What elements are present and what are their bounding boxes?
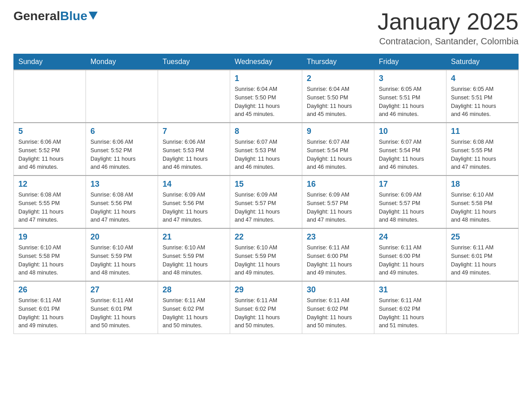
day-info: Sunrise: 6:08 AMSunset: 5:55 PMDaylight:…	[18, 191, 81, 224]
day-number: 31	[379, 285, 442, 295]
day-number: 1	[235, 74, 297, 83]
day-number: 3	[379, 74, 442, 83]
day-header-thursday: Thursday	[302, 54, 374, 70]
day-number: 4	[451, 74, 514, 83]
day-number: 5	[18, 127, 81, 136]
day-info: Sunrise: 6:06 AMSunset: 5:52 PMDaylight:…	[90, 138, 153, 171]
calendar-cell: 31Sunrise: 6:11 AMSunset: 6:02 PMDayligh…	[374, 281, 446, 334]
week-row-3: 12Sunrise: 6:08 AMSunset: 5:55 PMDayligh…	[14, 176, 519, 228]
calendar-cell: 11Sunrise: 6:08 AMSunset: 5:55 PMDayligh…	[446, 123, 519, 176]
day-info: Sunrise: 6:05 AMSunset: 5:51 PMDaylight:…	[379, 85, 442, 119]
day-info: Sunrise: 6:08 AMSunset: 5:56 PMDaylight:…	[90, 191, 153, 224]
page-header: General Blue January 2025 Contratacion, …	[13, 9, 519, 47]
day-info: Sunrise: 6:08 AMSunset: 5:55 PMDaylight:…	[451, 138, 514, 171]
day-header-tuesday: Tuesday	[158, 54, 230, 70]
calendar-cell: 23Sunrise: 6:11 AMSunset: 6:00 PMDayligh…	[302, 228, 374, 281]
calendar-cell	[446, 281, 519, 334]
calendar-cell: 16Sunrise: 6:09 AMSunset: 5:57 PMDayligh…	[302, 176, 374, 228]
day-header-sunday: Sunday	[14, 54, 86, 70]
day-info: Sunrise: 6:10 AMSunset: 5:59 PMDaylight:…	[163, 244, 225, 277]
calendar-cell: 3Sunrise: 6:05 AMSunset: 5:51 PMDaylight…	[374, 70, 446, 123]
calendar-cell: 26Sunrise: 6:11 AMSunset: 6:01 PMDayligh…	[14, 281, 86, 334]
day-info: Sunrise: 6:07 AMSunset: 5:53 PMDaylight:…	[235, 138, 297, 171]
day-info: Sunrise: 6:10 AMSunset: 5:59 PMDaylight:…	[90, 244, 153, 277]
day-number: 23	[307, 232, 369, 242]
day-number: 29	[235, 285, 297, 295]
day-info: Sunrise: 6:05 AMSunset: 5:51 PMDaylight:…	[451, 85, 514, 119]
calendar-cell: 30Sunrise: 6:11 AMSunset: 6:02 PMDayligh…	[302, 281, 374, 334]
day-number: 25	[451, 232, 514, 242]
calendar-cell: 5Sunrise: 6:06 AMSunset: 5:52 PMDaylight…	[14, 123, 86, 176]
week-row-1: 1Sunrise: 6:04 AMSunset: 5:50 PMDaylight…	[14, 70, 519, 123]
day-number: 26	[18, 285, 81, 295]
calendar-table: SundayMondayTuesdayWednesdayThursdayFrid…	[13, 54, 519, 334]
calendar-cell: 1Sunrise: 6:04 AMSunset: 5:50 PMDaylight…	[230, 70, 302, 123]
calendar-cell: 22Sunrise: 6:10 AMSunset: 5:59 PMDayligh…	[230, 228, 302, 281]
logo: General Blue	[13, 9, 98, 23]
day-info: Sunrise: 6:11 AMSunset: 6:00 PMDaylight:…	[307, 244, 369, 277]
location-subtitle: Contratacion, Santander, Colombia	[378, 36, 519, 47]
day-info: Sunrise: 6:11 AMSunset: 6:00 PMDaylight:…	[379, 244, 442, 277]
day-number: 6	[90, 127, 153, 136]
day-info: Sunrise: 6:06 AMSunset: 5:52 PMDaylight:…	[18, 138, 81, 171]
calendar-cell: 8Sunrise: 6:07 AMSunset: 5:53 PMDaylight…	[230, 123, 302, 176]
calendar-cell: 9Sunrise: 6:07 AMSunset: 5:54 PMDaylight…	[302, 123, 374, 176]
day-number: 2	[307, 74, 369, 83]
day-header-friday: Friday	[374, 54, 446, 70]
day-number: 21	[163, 232, 225, 242]
day-info: Sunrise: 6:09 AMSunset: 5:56 PMDaylight:…	[163, 191, 225, 224]
day-number: 17	[379, 180, 442, 189]
day-number: 8	[235, 127, 297, 136]
calendar-cell: 27Sunrise: 6:11 AMSunset: 6:01 PMDayligh…	[86, 281, 158, 334]
day-number: 7	[163, 127, 225, 136]
calendar-cell: 21Sunrise: 6:10 AMSunset: 5:59 PMDayligh…	[158, 228, 230, 281]
day-info: Sunrise: 6:11 AMSunset: 6:02 PMDaylight:…	[379, 296, 442, 330]
day-number: 13	[90, 180, 153, 189]
day-number: 9	[307, 127, 369, 136]
calendar-cell: 12Sunrise: 6:08 AMSunset: 5:55 PMDayligh…	[14, 176, 86, 228]
day-number: 28	[163, 285, 225, 295]
calendar-cell: 7Sunrise: 6:06 AMSunset: 5:53 PMDaylight…	[158, 123, 230, 176]
calendar-cell: 2Sunrise: 6:04 AMSunset: 5:50 PMDaylight…	[302, 70, 374, 123]
calendar-cell: 19Sunrise: 6:10 AMSunset: 5:58 PMDayligh…	[14, 228, 86, 281]
day-info: Sunrise: 6:11 AMSunset: 6:02 PMDaylight:…	[163, 296, 225, 330]
day-header-monday: Monday	[86, 54, 158, 70]
calendar-cell: 17Sunrise: 6:09 AMSunset: 5:57 PMDayligh…	[374, 176, 446, 228]
day-number: 18	[451, 180, 514, 189]
logo-blue-text: Blue	[60, 9, 87, 23]
day-info: Sunrise: 6:11 AMSunset: 6:01 PMDaylight:…	[18, 296, 81, 330]
calendar-cell	[158, 70, 230, 123]
days-of-week-row: SundayMondayTuesdayWednesdayThursdayFrid…	[14, 54, 519, 70]
day-number: 10	[379, 127, 442, 136]
day-header-saturday: Saturday	[446, 54, 519, 70]
calendar-cell: 14Sunrise: 6:09 AMSunset: 5:56 PMDayligh…	[158, 176, 230, 228]
calendar-cell	[86, 70, 158, 123]
calendar-cell: 29Sunrise: 6:11 AMSunset: 6:02 PMDayligh…	[230, 281, 302, 334]
day-info: Sunrise: 6:06 AMSunset: 5:53 PMDaylight:…	[163, 138, 225, 171]
day-info: Sunrise: 6:10 AMSunset: 5:58 PMDaylight:…	[451, 191, 514, 224]
logo-general-text: General	[13, 9, 60, 23]
calendar-cell: 10Sunrise: 6:07 AMSunset: 5:54 PMDayligh…	[374, 123, 446, 176]
calendar-cell: 28Sunrise: 6:11 AMSunset: 6:02 PMDayligh…	[158, 281, 230, 334]
week-row-5: 26Sunrise: 6:11 AMSunset: 6:01 PMDayligh…	[14, 281, 519, 334]
calendar-cell: 25Sunrise: 6:11 AMSunset: 6:01 PMDayligh…	[446, 228, 519, 281]
day-number: 14	[163, 180, 225, 189]
day-number: 24	[379, 232, 442, 242]
day-number: 19	[18, 232, 81, 242]
day-number: 20	[90, 232, 153, 242]
day-info: Sunrise: 6:07 AMSunset: 5:54 PMDaylight:…	[307, 138, 369, 171]
day-info: Sunrise: 6:07 AMSunset: 5:54 PMDaylight:…	[379, 138, 442, 171]
day-info: Sunrise: 6:10 AMSunset: 5:58 PMDaylight:…	[18, 244, 81, 277]
month-title: January 2025	[378, 9, 519, 34]
logo-blue-part: Blue	[60, 9, 98, 23]
day-info: Sunrise: 6:11 AMSunset: 6:01 PMDaylight:…	[451, 244, 514, 277]
day-info: Sunrise: 6:11 AMSunset: 6:01 PMDaylight:…	[90, 296, 153, 330]
title-area: January 2025 Contratacion, Santander, Co…	[378, 9, 519, 47]
calendar-cell: 24Sunrise: 6:11 AMSunset: 6:00 PMDayligh…	[374, 228, 446, 281]
day-info: Sunrise: 6:11 AMSunset: 6:02 PMDaylight:…	[307, 296, 369, 330]
calendar-cell: 15Sunrise: 6:09 AMSunset: 5:57 PMDayligh…	[230, 176, 302, 228]
calendar-cell	[14, 70, 86, 123]
day-info: Sunrise: 6:09 AMSunset: 5:57 PMDaylight:…	[235, 191, 297, 224]
calendar-cell: 18Sunrise: 6:10 AMSunset: 5:58 PMDayligh…	[446, 176, 519, 228]
week-row-4: 19Sunrise: 6:10 AMSunset: 5:58 PMDayligh…	[14, 228, 519, 281]
